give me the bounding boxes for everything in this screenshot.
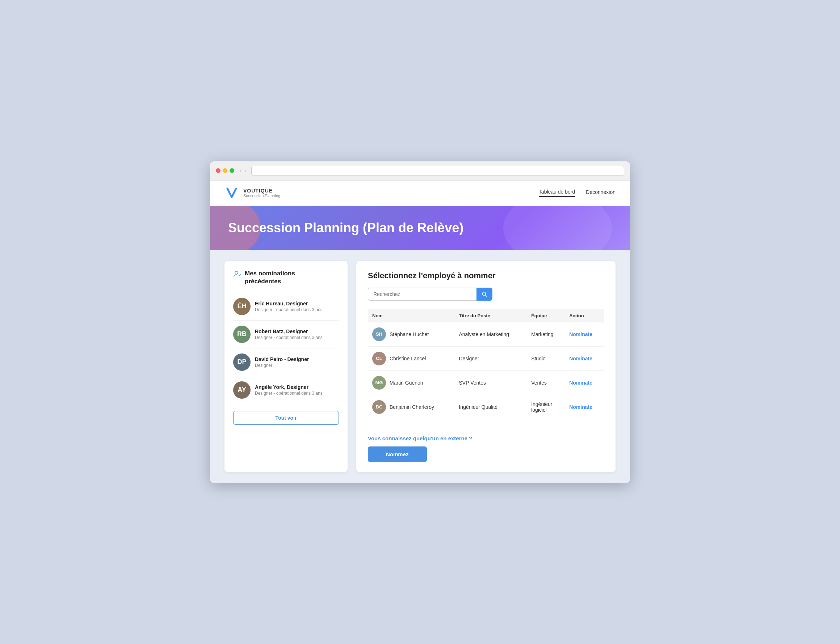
employee-name-cell: SH Stéphane Huchet (368, 322, 455, 346)
nav-links: Tableau de bord Déconnexion (539, 189, 616, 197)
employee-team: Ingénieurlogiciel (527, 395, 565, 419)
svg-line-2 (485, 295, 487, 296)
nav-link-logout[interactable]: Déconnexion (586, 189, 616, 196)
employee-title: Designer (455, 346, 527, 370)
avatar: BC (372, 400, 386, 414)
employee-title: SVP Ventes (455, 370, 527, 395)
employee-title: Analyste en Marketing (455, 322, 527, 346)
logo-area: VOUTIQUE Succession Planning (224, 186, 280, 200)
search-icon (481, 291, 488, 297)
nominations-icon (233, 270, 241, 280)
nominate-cell: Nominate (565, 370, 604, 395)
logo-title: VOUTIQUE (243, 188, 280, 194)
browser-chrome: ‹ › (210, 161, 630, 181)
table-row: MG Martin Guénon SVP Ventes Ventes Nomin… (368, 370, 604, 395)
nominate-cell: Nominate (565, 395, 604, 419)
hero-title: Succession Planning (Plan de Relève) (228, 220, 612, 235)
nomination-info: Éric Hureau, Designer Designer - opérati… (255, 301, 339, 312)
app-header: VOUTIQUE Succession Planning Tableau de … (210, 181, 630, 206)
external-question[interactable]: Vous connaissez quelqu'un en externe ? (368, 435, 604, 441)
logo-icon (224, 186, 239, 200)
external-section: Vous connaissez quelqu'un en externe ? N… (368, 428, 604, 462)
employee-name: Christine Lancel (390, 356, 426, 361)
maximize-button[interactable] (229, 168, 234, 173)
browser-window: ‹ › VOUTIQUE Succession Planning Tableau… (210, 161, 630, 483)
col-header-action: Action (565, 309, 604, 322)
list-item: AY Angèle York, Designer Designer - opér… (233, 376, 339, 404)
nomination-info: David Peiro - Designer Designer (255, 356, 339, 368)
list-item: ÉH Éric Hureau, Designer Designer - opér… (233, 293, 339, 320)
nomination-name: David Peiro - Designer (255, 356, 339, 362)
search-input[interactable] (368, 288, 476, 301)
nomination-name: Robert Batz, Designer (255, 329, 339, 334)
table-row: BC Benjamin Charleroy Ingénieur Qualité … (368, 395, 604, 419)
hero-banner: Succession Planning (Plan de Relève) (210, 206, 630, 250)
nomination-name: Angèle York, Designer (255, 384, 339, 390)
close-button[interactable] (216, 168, 221, 173)
employee-team: Studio (527, 346, 565, 370)
left-panel: Mes nominationsprécédentes ÉH Éric Hurea… (224, 261, 348, 472)
search-row (368, 288, 604, 301)
back-arrow[interactable]: ‹ (239, 168, 242, 174)
traffic-lights (216, 168, 234, 173)
address-bar[interactable] (251, 166, 624, 176)
list-item: RB Robert Batz, Designer Designer - opér… (233, 320, 339, 348)
avatar: ÉH (233, 298, 250, 315)
employee-title: Ingénieur Qualité (455, 395, 527, 419)
nominate-cell: Nominate (565, 346, 604, 370)
nomination-info: Robert Batz, Designer Designer - opérati… (255, 329, 339, 340)
table-row: SH Stéphane Huchet Analyste en Marketing… (368, 322, 604, 346)
nommez-button[interactable]: Nommez (368, 447, 427, 462)
right-panel: Sélectionnez l'employé à nommer Nom Titr… (356, 261, 616, 472)
nomination-role: Designer (255, 363, 339, 368)
main-content: Mes nominationsprécédentes ÉH Éric Hurea… (210, 250, 630, 483)
nomination-role: Designer - opérationnel dans 3 ans (255, 335, 339, 340)
forward-arrow[interactable]: › (243, 168, 247, 174)
svg-point-0 (235, 271, 238, 274)
logo-text: VOUTIQUE Succession Planning (243, 188, 280, 198)
employee-name-cell: CL Christine Lancel (368, 346, 455, 370)
employee-team: Ventes (527, 370, 565, 395)
col-header-equipe: Équipe (527, 309, 565, 322)
nomination-info: Angèle York, Designer Designer - opérati… (255, 384, 339, 396)
nomination-name: Éric Hureau, Designer (255, 301, 339, 306)
avatar: AY (233, 381, 250, 399)
col-header-nom: Nom (368, 309, 455, 322)
nomination-role: Designer - opérationnel dans 3 ans (255, 391, 339, 396)
nominate-button[interactable]: Nominate (569, 332, 592, 337)
voir-tout-button[interactable]: Tout voir (233, 411, 339, 425)
employee-name: Martin Guénon (390, 380, 423, 386)
nav-arrows: ‹ › (239, 168, 247, 174)
nominate-cell: Nominate (565, 322, 604, 346)
employee-table: Nom Titre du Poste Équipe Action SH (368, 309, 604, 419)
table-row: CL Christine Lancel Designer Studio Nomi… (368, 346, 604, 370)
employee-name-cell: BC Benjamin Charleroy (368, 395, 455, 419)
employee-name-cell: MG Martin Guénon (368, 370, 455, 395)
logo-subtitle: Succession Planning (243, 194, 280, 198)
minimize-button[interactable] (223, 168, 227, 173)
avatar: DP (233, 353, 250, 371)
nomination-role: Designer - opérationnel dans 3 ans (255, 307, 339, 312)
avatar: CL (372, 352, 386, 365)
avatar: MG (372, 376, 386, 389)
nominate-button[interactable]: Nominate (569, 356, 592, 361)
employee-name: Benjamin Charleroy (390, 404, 434, 410)
col-header-titre: Titre du Poste (455, 309, 527, 322)
avatar: RB (233, 325, 250, 343)
employee-team: Marketing (527, 322, 565, 346)
right-panel-title: Sélectionnez l'employé à nommer (368, 271, 604, 280)
employee-name: Stéphane Huchet (390, 332, 429, 337)
avatar: SH (372, 327, 386, 341)
nominate-button[interactable]: Nominate (569, 404, 592, 410)
search-button[interactable] (476, 288, 492, 301)
nav-link-dashboard[interactable]: Tableau de bord (539, 189, 575, 197)
panel-header-title: Mes nominationsprécédentes (245, 269, 295, 286)
nominate-button[interactable]: Nominate (569, 380, 592, 386)
panel-header: Mes nominationsprécédentes (233, 269, 339, 286)
list-item: DP David Peiro - Designer Designer (233, 348, 339, 376)
